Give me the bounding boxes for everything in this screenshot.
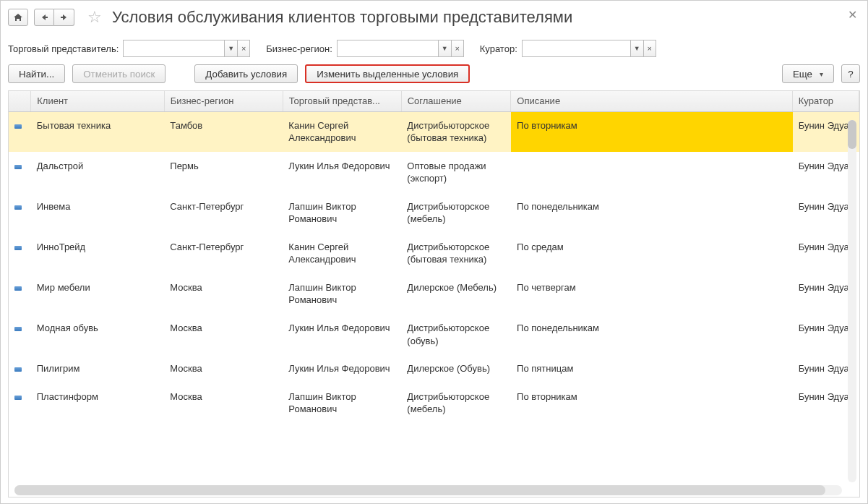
cell-agreement: Дистрибьюторское (обувь) <box>401 315 511 355</box>
table-row[interactable]: ПластинформМоскваЛапшин Виктор Романович… <box>9 383 859 424</box>
help-button[interactable]: ? <box>841 64 860 83</box>
favorite-star-icon[interactable]: ☆ <box>87 8 102 27</box>
row-marker-icon <box>14 396 22 400</box>
row-marker-icon <box>14 165 22 169</box>
cell-region: Пермь <box>164 153 283 193</box>
row-icon-cell <box>9 234 31 274</box>
table-container: Клиент Бизнес-регион Торговый представ..… <box>8 90 860 497</box>
filter-curator-input[interactable] <box>522 40 630 57</box>
cell-rep: Канин Сергей Александрович <box>283 112 401 153</box>
titlebar: ☆ Условия обслуживания клиентов торговым… <box>8 7 860 27</box>
table-row[interactable]: ИнноТрейдСанкт-ПетербургКанин Сергей Але… <box>9 234 859 274</box>
cell-agreement: Дистрибьюторское (бытовая техника) <box>401 234 511 274</box>
cell-region: Тамбов <box>164 112 283 153</box>
row-icon-cell <box>9 274 31 315</box>
row-icon-cell <box>9 193 31 234</box>
filter-curator-label: Куратор: <box>480 43 517 54</box>
data-grid: Клиент Бизнес-регион Торговый представ..… <box>9 91 859 424</box>
page-title: Условия обслуживания клиентов торговыми … <box>112 8 572 27</box>
cancel-search-button: Отменить поиск <box>72 64 166 83</box>
main-window: ☆ Условия обслуживания клиентов торговым… <box>0 0 868 504</box>
cell-client: Инвема <box>31 193 165 234</box>
cell-agreement: Дистрибьюторское (бытовая техника) <box>401 112 511 153</box>
cell-description: По четвергам <box>511 274 793 315</box>
cell-description: По вторникам <box>511 112 793 153</box>
toolbar: Найти... Отменить поиск Добавить условия… <box>8 64 860 83</box>
filter-region-dropdown[interactable]: ▼ <box>438 40 451 57</box>
cell-region: Москва <box>164 315 283 355</box>
table-row[interactable]: ИнвемаСанкт-ПетербургЛапшин Виктор Роман… <box>9 193 859 234</box>
filter-curator-clear[interactable]: × <box>643 40 656 57</box>
add-conditions-button[interactable]: Добавить условия <box>194 64 298 83</box>
row-marker-icon <box>14 367 22 372</box>
filter-rep-combo: ▼ × <box>123 40 250 57</box>
col-icon-header[interactable] <box>9 91 31 111</box>
cell-agreement: Дистрибьюторское (мебель) <box>401 383 511 424</box>
col-desc-header[interactable]: Описание <box>511 91 792 111</box>
home-button[interactable] <box>8 9 28 26</box>
cell-agreement: Дилерское (Обувь) <box>401 355 511 383</box>
col-curator-header[interactable]: Куратор <box>792 91 859 111</box>
filter-rep-dropdown[interactable]: ▼ <box>224 40 237 57</box>
cell-client: Пилигрим <box>31 355 165 383</box>
cell-description <box>511 153 793 193</box>
find-button[interactable]: Найти... <box>8 64 65 83</box>
back-button[interactable] <box>34 9 54 26</box>
col-rep-header[interactable]: Торговый представ... <box>283 91 401 111</box>
cell-rep: Лапшин Виктор Романович <box>283 383 401 424</box>
cell-rep: Лукин Илья Федорович <box>283 315 401 355</box>
close-button[interactable]: ✕ <box>848 8 857 22</box>
cell-region: Санкт-Петербург <box>164 193 283 234</box>
cell-client: Дальстрой <box>31 153 165 193</box>
cell-agreement: Дилерское (Мебель) <box>401 274 511 315</box>
filter-row: Торговый представитель: ▼ × Бизнес-регио… <box>8 40 860 57</box>
header-row: Клиент Бизнес-регион Торговый представ..… <box>9 91 859 111</box>
cell-description: По понедельникам <box>511 193 793 234</box>
cell-region: Москва <box>164 355 283 383</box>
forward-button[interactable] <box>54 9 74 26</box>
table-row[interactable]: Бытовая техникаТамбовКанин Сергей Алекса… <box>9 112 859 153</box>
col-client-header[interactable]: Клиент <box>31 91 164 111</box>
row-marker-icon <box>14 246 22 250</box>
cell-rep: Лукин Илья Федорович <box>283 153 401 193</box>
filter-curator-dropdown[interactable]: ▼ <box>630 40 643 57</box>
cell-client: Бытовая техника <box>31 112 165 153</box>
col-agreement-header[interactable]: Соглашение <box>401 91 511 111</box>
filter-region-label: Бизнес-регион: <box>266 43 332 54</box>
more-button[interactable]: Еще <box>782 64 834 83</box>
cell-description: По средам <box>511 234 793 274</box>
cell-description: По пятницам <box>511 355 793 383</box>
col-region-header[interactable]: Бизнес-регион <box>164 91 283 111</box>
row-icon-cell <box>9 355 31 383</box>
cell-rep: Лапшин Виктор Романович <box>283 274 401 315</box>
filter-rep-clear[interactable]: × <box>237 40 250 57</box>
cell-description: По вторникам <box>511 383 793 424</box>
row-icon-cell <box>9 383 31 424</box>
cell-region: Санкт-Петербург <box>164 234 283 274</box>
filter-rep-input[interactable] <box>123 40 224 57</box>
cell-rep: Лукин Илья Федорович <box>283 355 401 383</box>
filter-region-combo: ▼ × <box>337 40 464 57</box>
row-icon-cell <box>9 153 31 193</box>
filter-region-clear[interactable]: × <box>451 40 464 57</box>
nav-group <box>34 9 74 26</box>
edit-selected-button[interactable]: Изменить выделенные условия <box>305 64 470 83</box>
cell-region: Москва <box>164 383 283 424</box>
row-marker-icon <box>14 124 22 129</box>
cell-rep: Лапшин Виктор Романович <box>283 193 401 234</box>
horizontal-scrollbar[interactable] <box>14 485 842 495</box>
cell-agreement: Дистрибьюторское (мебель) <box>401 193 511 234</box>
row-icon-cell <box>9 112 31 153</box>
row-icon-cell <box>9 315 31 355</box>
row-marker-icon <box>14 205 22 210</box>
vertical-scrollbar[interactable] <box>848 120 856 482</box>
cell-agreement: Оптовые продажи (экспорт) <box>401 153 511 193</box>
table-row[interactable]: Модная обувьМоскваЛукин Илья ФедоровичДи… <box>9 315 859 355</box>
table-row[interactable]: ПилигримМоскваЛукин Илья ФедоровичДилерс… <box>9 355 859 383</box>
filter-region-input[interactable] <box>337 40 438 57</box>
cell-rep: Канин Сергей Александрович <box>283 234 401 274</box>
table-row[interactable]: Мир мебелиМоскваЛапшин Виктор РомановичД… <box>9 274 859 315</box>
table-row[interactable]: ДальстройПермьЛукин Илья ФедоровичОптовы… <box>9 153 859 193</box>
row-marker-icon <box>14 327 22 331</box>
filter-rep-label: Торговый представитель: <box>8 43 119 54</box>
